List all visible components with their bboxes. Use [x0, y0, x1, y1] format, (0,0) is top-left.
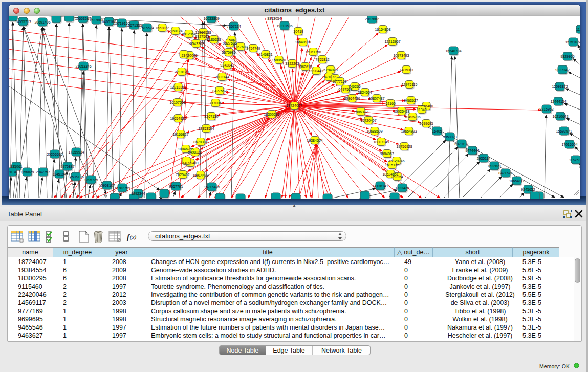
svg-text:19166827: 19166827 — [172, 133, 188, 136]
svg-text:16405: 16405 — [432, 129, 442, 133]
svg-text:16648784: 16648784 — [445, 49, 461, 53]
svg-text:12093872: 12093872 — [552, 85, 568, 89]
svg-text:9474444: 9474444 — [465, 149, 479, 152]
svg-text:11174: 11174 — [576, 28, 580, 31]
svg-text:7357224: 7357224 — [227, 25, 241, 28]
svg-text:6794028: 6794028 — [323, 68, 337, 72]
svg-text:8813054: 8813054 — [267, 17, 281, 20]
svg-text:1615132: 1615132 — [385, 163, 399, 167]
svg-text:18495796: 18495796 — [404, 115, 420, 119]
svg-text:5958923: 5958923 — [443, 135, 456, 139]
svg-text:6497568: 6497568 — [338, 87, 352, 91]
svg-text:18724007: 18724007 — [286, 104, 302, 107]
svg-text:9699695: 9699695 — [419, 122, 433, 125]
svg-text:1145194: 1145194 — [53, 172, 67, 176]
svg-text:1362615: 1362615 — [298, 65, 312, 69]
svg-text:8267130: 8267130 — [204, 115, 218, 118]
svg-text:3822203: 3822203 — [285, 62, 299, 65]
svg-text:16107553: 16107553 — [169, 101, 185, 104]
svg-text:39134: 39134 — [9, 170, 17, 174]
svg-text:1527602: 1527602 — [89, 18, 103, 22]
svg-text:9245652: 9245652 — [521, 188, 535, 191]
svg-text:10973493: 10973493 — [393, 54, 409, 57]
svg-text:(x): (x) — [130, 234, 137, 240]
svg-text:15720407: 15720407 — [360, 119, 376, 122]
svg-text:8912954: 8912954 — [182, 32, 195, 36]
svg-text:19756928: 19756928 — [396, 145, 412, 148]
svg-text:7986372: 7986372 — [354, 110, 367, 114]
svg-text:717006: 717006 — [209, 101, 221, 105]
svg-text:12505135: 12505135 — [68, 175, 83, 179]
svg-text:17016504: 17016504 — [561, 143, 577, 146]
svg-text:23420046: 23420046 — [181, 54, 197, 57]
svg-text:3824554: 3824554 — [358, 91, 372, 94]
svg-text:9242843: 9242843 — [220, 63, 234, 67]
svg-text:9777169: 9777169 — [333, 80, 346, 83]
svg-text:8471676: 8471676 — [498, 171, 512, 175]
svg-text:8678334: 8678334 — [193, 140, 207, 144]
svg-text:2367608: 2367608 — [233, 45, 247, 49]
svg-text:9329966: 9329966 — [560, 55, 574, 58]
svg-text:6379197: 6379197 — [454, 142, 468, 146]
svg-text:7485063: 7485063 — [399, 68, 413, 72]
svg-text:18300295: 18300295 — [264, 113, 279, 116]
svg-text:7515524: 7515524 — [140, 26, 154, 30]
svg-text:16640910: 16640910 — [295, 40, 311, 44]
svg-text:10025438: 10025438 — [394, 110, 409, 113]
svg-text:21053346: 21053346 — [75, 64, 91, 68]
svg-text:19218506: 19218506 — [276, 24, 292, 28]
svg-text:9146821: 9146821 — [258, 53, 272, 56]
svg-text:7632621: 7632621 — [487, 164, 501, 168]
svg-text:19654925: 19654925 — [170, 117, 186, 120]
svg-text:12213967: 12213967 — [384, 40, 400, 43]
svg-text:7955812: 7955812 — [315, 58, 329, 61]
svg-text:8186328: 8186328 — [207, 38, 221, 41]
svg-text:5498222: 5498222 — [188, 150, 202, 154]
svg-text:9515460: 9515460 — [419, 104, 433, 108]
svg-text:10654112: 10654112 — [509, 179, 525, 183]
svg-text:9463627: 9463627 — [404, 99, 418, 102]
svg-text:16543362: 16543362 — [188, 42, 204, 46]
svg-text:12213363: 12213363 — [170, 85, 186, 89]
svg-text:9975887: 9975887 — [60, 165, 74, 168]
svg-text:12444154: 12444154 — [550, 100, 566, 103]
svg-text:252254: 252254 — [391, 175, 403, 179]
svg-text:9657791: 9657791 — [169, 185, 183, 188]
svg-text:9327508: 9327508 — [223, 41, 236, 45]
svg-text:18807249: 18807249 — [373, 140, 389, 144]
svg-text:16782759: 16782759 — [114, 186, 130, 190]
svg-text:20691406: 20691406 — [34, 20, 50, 24]
svg-text:20206535: 20206535 — [47, 152, 62, 156]
svg-text:15751074: 15751074 — [565, 40, 580, 44]
svg-text:8215953: 8215953 — [539, 107, 553, 111]
svg-text:2935114: 2935114 — [477, 157, 491, 160]
svg-text:19384554: 19384554 — [307, 139, 322, 142]
svg-text:2087682: 2087682 — [365, 17, 379, 21]
svg-text:12260538: 12260538 — [195, 31, 211, 34]
svg-text:8960124: 8960124 — [168, 29, 182, 33]
svg-text:62160: 62160 — [385, 102, 396, 105]
svg-text:12975115: 12975115 — [402, 83, 418, 86]
svg-text:835061: 835061 — [10, 165, 22, 168]
svg-text:10688609: 10688609 — [366, 129, 382, 133]
svg-text:15692971: 15692971 — [556, 129, 572, 133]
svg-text:7663822: 7663822 — [155, 26, 169, 30]
svg-text:1588520: 1588520 — [272, 58, 286, 62]
svg-text:7625402: 7625402 — [176, 173, 189, 177]
svg-text:16154808: 16154808 — [375, 28, 390, 31]
svg-text:16120746: 16120746 — [388, 159, 404, 163]
svg-text:2803144: 2803144 — [215, 75, 229, 79]
svg-text:19654923: 19654923 — [401, 129, 417, 133]
svg-text:16914479: 16914479 — [192, 173, 208, 177]
svg-text:8454749: 8454749 — [246, 47, 260, 50]
svg-text:1167533: 1167533 — [569, 158, 580, 162]
svg-text:20364436: 20364436 — [344, 97, 360, 100]
svg-text:14136141: 14136141 — [372, 184, 388, 188]
svg-text:11340: 11340 — [417, 108, 427, 112]
svg-text:8427552: 8427552 — [212, 89, 226, 93]
svg-text:12353594: 12353594 — [198, 127, 214, 130]
svg-text:10807487: 10807487 — [368, 97, 384, 100]
svg-text:16033809: 16033809 — [203, 17, 219, 20]
svg-text:10653267: 10653267 — [75, 17, 91, 20]
svg-text:17359934: 17359934 — [68, 150, 84, 154]
